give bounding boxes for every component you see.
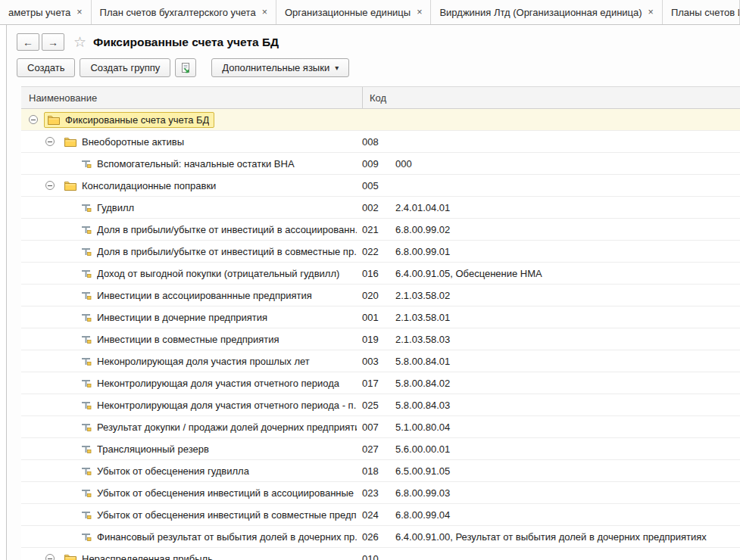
code-cell: 024 — [362, 509, 395, 521]
tree-indent — [29, 295, 62, 296]
name-cell-content: Нераспределенная прибыль — [61, 551, 218, 560]
tree-indent — [29, 383, 62, 384]
tab[interactable]: аметры учета × — [0, 0, 92, 24]
mapping-cell: 6.4.00.91.05, Обесценение НМА — [395, 268, 740, 279]
favorite-star-icon[interactable]: ☆ — [73, 35, 86, 49]
tab[interactable]: Организационные единицы × — [276, 0, 431, 24]
tree-indent — [29, 185, 45, 186]
table-row[interactable]: Консолидационные поправки 005 — [21, 175, 740, 197]
row-label: Финансовый результат от выбытия долей в … — [97, 531, 357, 543]
account-icon — [81, 400, 92, 410]
table-row[interactable]: Неконтролирующая доля участия отчетного … — [21, 394, 740, 416]
column-header-code[interactable]: Код — [362, 87, 395, 108]
code-cell: 022 — [362, 246, 395, 257]
column-header-mapping[interactable] — [395, 87, 740, 108]
table-row[interactable]: Убыток от обесценения инвестиций в совме… — [21, 504, 740, 526]
table-row[interactable]: Внеоборотные активы 008 — [21, 131, 740, 153]
table-row[interactable]: Трансляционный резерв 027 5.6.00.00.01 — [21, 438, 740, 460]
close-icon[interactable]: × — [76, 8, 82, 17]
name-cell-content: Инвестиции в ассоциированнные предприяти… — [77, 288, 317, 303]
folder-icon — [64, 181, 76, 191]
name-cell: Финансовый результат от выбытия долей в … — [21, 526, 362, 547]
table-row[interactable]: Убыток от обесценения гудвилла 018 6.5.0… — [21, 460, 740, 482]
row-label: Неконролирующая доля участия прошлых лет — [97, 356, 310, 367]
row-label: Трансляционный резерв — [97, 443, 209, 455]
table-row[interactable]: Гудвилл 002 2.4.01.04.01 — [21, 197, 740, 219]
mapping-cell: 5.1.00.80.04 — [395, 422, 740, 433]
row-label: Инвестиции в ассоциированнные предприяти… — [97, 290, 312, 301]
mapping-cell: 6.8.00.99.01 — [395, 246, 740, 257]
close-icon[interactable]: × — [417, 8, 422, 17]
mapping-cell: 6.8.00.99.03 — [395, 487, 740, 499]
collapse-icon[interactable] — [45, 137, 55, 146]
row-label: Гудвилл — [97, 202, 134, 213]
account-icon — [81, 444, 92, 454]
account-icon — [81, 225, 92, 235]
row-label: Убыток от обесценения гудвилла — [97, 465, 249, 477]
code-cell: 003 — [362, 356, 395, 367]
row-label: Консолидационные поправки — [82, 180, 216, 191]
table-row[interactable]: Результат докупки / продажи долей дочерн… — [21, 416, 740, 438]
table-row[interactable]: Доход от выгодной покупки (отрицательный… — [21, 263, 740, 285]
name-cell-content: Неконролирующая доля участия прошлых лет — [77, 353, 315, 369]
table-row[interactable]: Инвестиции в дочерние предприятия 001 2.… — [21, 306, 740, 328]
tree-indent — [29, 515, 62, 515]
code-cell: 016 — [362, 268, 395, 279]
tree-indent — [29, 471, 62, 471]
table-row[interactable]: Неконтролирующая доля участия отчетного … — [21, 372, 740, 394]
folder-icon — [48, 115, 60, 125]
collapse-icon[interactable] — [45, 181, 55, 190]
mapping-cell: 2.4.01.04.01 — [395, 202, 740, 213]
table-row[interactable]: Фиксированные счета учета БД — [21, 109, 740, 131]
forward-button[interactable]: → — [42, 33, 64, 51]
table-row[interactable]: Финансовый результат от выбытия долей в … — [21, 526, 740, 548]
additional-languages-button[interactable]: Дополнительные языки ▾ — [211, 58, 349, 77]
account-icon — [81, 356, 92, 366]
account-icon — [81, 203, 92, 213]
tree-indent — [29, 207, 62, 208]
table-row[interactable]: Доля в прибыли/убытке от инвестиций в со… — [21, 241, 740, 263]
row-label: Инвестиции в дочерние предприятия — [97, 312, 267, 323]
close-icon[interactable]: × — [262, 8, 267, 17]
main-area: ← → ☆ Фиксированные счета учета БД Созда… — [6, 25, 740, 560]
table-row[interactable]: Инвестиции в ассоциированнные предприяти… — [21, 285, 740, 306]
export-button[interactable] — [175, 58, 196, 77]
tree-indent — [29, 493, 62, 493]
name-cell: Инвестиции в ассоциированнные предприяти… — [21, 285, 362, 306]
tree-indent — [29, 273, 62, 274]
table-row[interactable]: Неконролирующая доля участия прошлых лет… — [21, 350, 740, 372]
table-row[interactable]: Инвестиции в совместные предприятия 019 … — [21, 328, 740, 350]
tab[interactable]: Вирджиния Лтд (Организационная единица) … — [431, 0, 662, 24]
tree-indent — [29, 558, 45, 559]
tab[interactable]: Планы счетов ИБ × — [663, 0, 740, 24]
table-row[interactable]: Нераспределенная прибыль 010 — [21, 548, 740, 560]
navigation-row: ← → ☆ Фиксированные счета учета БД — [7, 25, 740, 51]
chevron-down-icon: ▾ — [335, 64, 339, 72]
close-icon[interactable]: × — [648, 8, 654, 17]
create-group-button[interactable]: Создать группу — [80, 58, 170, 77]
row-label: Вспомогательный: начальные остатки ВНА — [97, 158, 295, 170]
code-cell: 008 — [362, 136, 395, 148]
table-row[interactable]: Вспомогательный: начальные остатки ВНА 0… — [21, 153, 740, 175]
table-row[interactable]: Доля в прибыли/убытке от инвестиций в ас… — [21, 219, 740, 241]
back-icon: ← — [23, 36, 33, 48]
code-cell: 005 — [362, 180, 395, 191]
back-button[interactable]: ← — [17, 33, 39, 51]
name-cell-content: Фиксированные счета учета БД — [44, 112, 214, 128]
tab[interactable]: План счетов бухгалтерского учета × — [92, 0, 276, 24]
code-cell: 025 — [362, 400, 395, 411]
account-icon — [81, 313, 92, 322]
column-header-name[interactable]: Наименование — [21, 87, 362, 108]
collapse-icon[interactable] — [45, 554, 55, 560]
folder-icon — [64, 554, 76, 560]
tree-indent — [29, 163, 62, 164]
table-row[interactable]: Убыток от обесценения инвестиций в ассоц… — [21, 482, 740, 504]
create-group-button-label: Создать группу — [90, 62, 160, 73]
code-cell: 018 — [362, 465, 395, 477]
collapse-icon[interactable] — [29, 115, 38, 124]
create-button[interactable]: Создать — [17, 58, 75, 77]
mapping-cell: 5.8.00.84.02 — [395, 378, 740, 389]
name-cell-content: Неконтролирующая доля участия отчетного … — [77, 397, 362, 413]
name-cell: Убыток от обесценения инвестиций в совме… — [21, 504, 362, 525]
row-label: Результат докупки / продажи долей дочерн… — [97, 422, 357, 433]
